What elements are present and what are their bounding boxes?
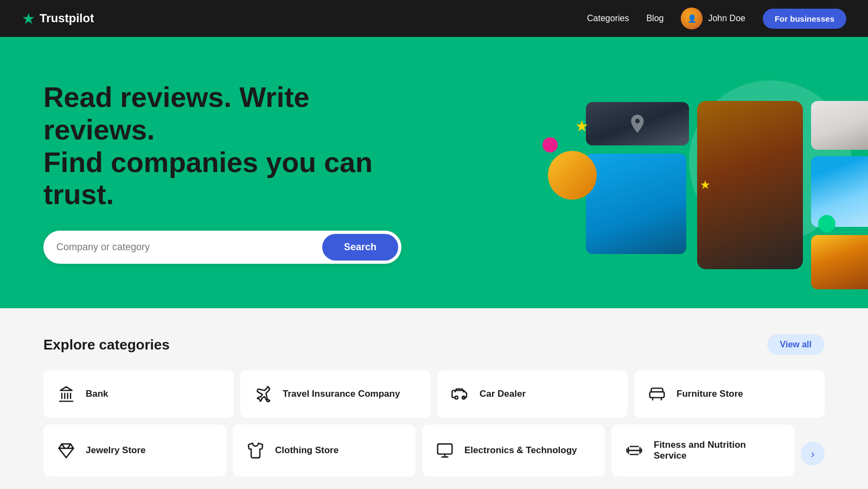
clothing-label: Clothing Store — [275, 445, 339, 456]
view-all-button[interactable]: View all — [767, 334, 825, 355]
user-name: John Doe — [708, 14, 745, 23]
user-section[interactable]: 👤 John Doe — [681, 8, 745, 29]
logo-text: Trustpilot — [40, 11, 94, 26]
plane-icon — [253, 385, 273, 403]
image-collage: ★ ★ — [542, 37, 868, 308]
category-card-jewelry[interactable]: Jewelry Store — [43, 424, 226, 477]
category-card-fitness[interactable]: Fitness and Nutrition Service — [611, 424, 794, 477]
logo-area[interactable]: ★ Trustpilot — [22, 10, 94, 28]
category-card-travel-insurance[interactable]: Travel Insurance Company — [240, 370, 431, 418]
categories-row-1: Bank Travel Insurance Company Car Deale — [43, 370, 825, 418]
bank-label: Bank — [86, 389, 108, 399]
pink-dot-decoration — [542, 137, 558, 153]
search-bar: Search — [43, 231, 401, 264]
diamond-icon — [56, 442, 76, 459]
hero-section: Read reviews. Write reviews. Find compan… — [0, 37, 868, 308]
jewelry-label: Jewelry Store — [86, 445, 146, 456]
categories-header: Explore categories View all — [43, 334, 825, 355]
navbar-right: Categories Blog 👤 John Doe For businesse… — [587, 8, 846, 29]
shirt-icon — [246, 442, 265, 459]
svg-marker-5 — [60, 387, 72, 391]
star-decoration: ★ — [575, 117, 589, 135]
car-dealer-label: Car Dealer — [480, 389, 526, 399]
green-dot-decoration — [818, 215, 835, 232]
photo-card-nature — [811, 156, 868, 227]
categories-row-2: Jewelry Store Clothing Store — [43, 424, 794, 477]
gold-star-decoration: ★ — [700, 178, 711, 192]
svg-rect-10 — [438, 444, 452, 454]
category-card-furniture[interactable]: Furniture Store — [634, 370, 825, 418]
categories-nav-link[interactable]: Categories — [587, 14, 629, 23]
svg-point-6 — [455, 396, 458, 399]
bank-icon — [56, 385, 76, 403]
fitness-label: Fitness and Nutrition Service — [654, 440, 781, 461]
photo-card-woman — [697, 101, 803, 269]
navbar: ★ Trustpilot Categories Blog 👤 John Doe … — [0, 0, 868, 37]
for-businesses-button[interactable]: For businesses — [763, 9, 846, 29]
laptop-icon — [435, 442, 455, 459]
photo-card-selfie — [811, 235, 868, 289]
travel-insurance-label: Travel Insurance Company — [283, 389, 400, 399]
categories-row-2-wrapper: Jewelry Store Clothing Store — [43, 424, 825, 483]
photo-card-gym — [586, 102, 689, 145]
avatar-image: 👤 — [681, 8, 703, 29]
hero-content: Read reviews. Write reviews. Find compan… — [43, 81, 423, 264]
photo-card-profile-small — [548, 151, 597, 200]
category-card-electronics[interactable]: Electronics & Technology — [422, 424, 605, 477]
search-button[interactable]: Search — [322, 234, 398, 261]
photo-card-pool — [586, 154, 686, 254]
dumbbell-icon — [624, 442, 644, 459]
categories-title: Explore categories — [43, 336, 170, 353]
categories-section: Explore categories View all Bank — [0, 308, 868, 489]
hero-title: Read reviews. Write reviews. Find compan… — [43, 81, 423, 211]
sofa-icon — [647, 385, 667, 403]
logo-star-icon: ★ — [22, 10, 35, 28]
photo-card-desk — [811, 101, 868, 150]
categories-next-button[interactable]: › — [801, 442, 825, 466]
search-input[interactable] — [56, 242, 322, 253]
hero-images: ★ ★ — [542, 37, 868, 308]
category-card-clothing[interactable]: Clothing Store — [233, 424, 416, 477]
car-icon — [450, 385, 470, 403]
furniture-label: Furniture Store — [676, 389, 743, 399]
category-card-bank[interactable]: Bank — [43, 370, 234, 418]
blog-nav-link[interactable]: Blog — [646, 14, 663, 23]
avatar: 👤 — [681, 8, 703, 29]
electronics-label: Electronics & Technology — [464, 445, 577, 456]
category-card-car-dealer[interactable]: Car Dealer — [437, 370, 628, 418]
